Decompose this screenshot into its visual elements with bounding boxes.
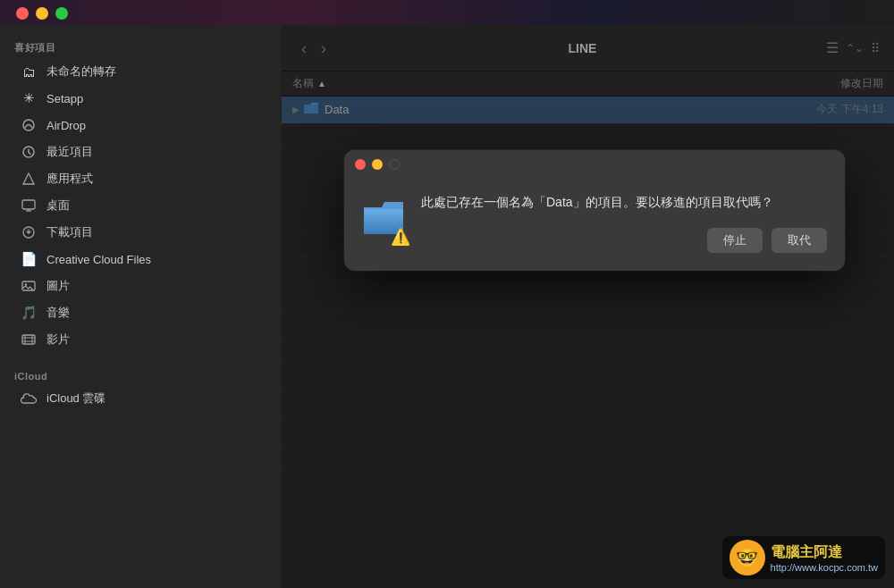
dialog-tl-yellow[interactable] [372,159,383,170]
sidebar-item-label: 未命名的轉存 [46,63,116,80]
movies-icon [20,331,38,349]
main-layout: 喜好項目 🗂 未命名的轉存 ✳ Setapp AirDrop [0,25,894,588]
watermark-url: http://www.kocpc.com.tw [771,562,878,573]
traffic-light-yellow[interactable] [36,7,48,20]
setapp-icon: ✳ [20,89,38,107]
desktop-icon [20,197,38,214]
sidebar-item-icloud-drive[interactable]: iCloud 雲碟 [5,385,276,412]
traffic-light-red[interactable] [16,7,29,20]
dialog-buttons: 停止 取代 [421,228,827,253]
downloads-icon [20,223,38,241]
dialog-title-bar [344,150,845,179]
svg-rect-6 [22,281,35,290]
sidebar: 喜好項目 🗂 未命名的轉存 ✳ Setapp AirDrop [0,25,282,588]
sidebar-item-label: 音樂 [46,305,70,321]
sidebar-item-label: AirDrop [46,119,86,132]
dialog-tl-green [389,159,400,170]
sidebar-item-airdrop[interactable]: AirDrop [5,112,276,139]
sidebar-item-desktop[interactable]: 桌面 [5,192,276,219]
replace-button[interactable]: 取代 [772,228,827,253]
dialog-message: 此處已存在一個名為「Data」的項目。要以移進的項目取代嗎？ [421,193,827,212]
content-area: ‹ › LINE ☰ ⌃⌄ ⠿ 名稱 ▲ 修改日期 ▶ [282,25,894,588]
music-icon: 🎵 [20,304,38,322]
dialog-content: ⚠️ 此處已存在一個名為「Data」的項目。要以移進的項目取代嗎？ 停止 取代 [344,179,845,271]
dialog-tl-red[interactable] [355,159,366,170]
dialog-overlay: ⚠️ 此處已存在一個名為「Data」的項目。要以移進的項目取代嗎？ 停止 取代 [282,25,894,588]
sidebar-item-label: 桌面 [46,197,70,214]
folder-icon: 🗂 [20,63,38,80]
watermark-title: 電腦主阿達 [771,543,878,562]
svg-rect-2 [22,200,35,209]
pictures-icon [20,277,38,295]
svg-point-7 [25,283,27,285]
watermark-text: 電腦主阿達 http://www.kocpc.com.tw [771,543,878,573]
sidebar-item-label: Creative Cloud Files [46,253,151,266]
cancel-button[interactable]: 停止 [707,228,763,253]
sidebar-item-label: Setapp [46,92,83,105]
sidebar-item-creative-cloud[interactable]: 📄 Creative Cloud Files [5,246,276,273]
icloud-icon [20,390,38,407]
dialog: ⚠️ 此處已存在一個名為「Data」的項目。要以移進的項目取代嗎？ 停止 取代 [344,150,845,271]
warning-badge-icon: ⚠️ [391,229,410,245]
sidebar-item-label: 應用程式 [46,171,93,187]
icloud-label: iCloud [0,364,282,385]
favorites-label: 喜好項目 [0,34,282,58]
sidebar-item-movies[interactable]: 影片 [5,326,276,353]
apps-icon [20,170,38,188]
sidebar-item-transfers[interactable]: 🗂 未命名的轉存 [5,58,276,85]
sidebar-item-recent[interactable]: 最近項目 [5,139,276,165]
sidebar-item-pictures[interactable]: 圖片 [5,273,276,299]
recent-icon [20,143,38,161]
sidebar-item-apps[interactable]: 應用程式 [5,165,276,192]
traffic-light-green[interactable] [55,7,68,20]
title-bar-gradient [0,0,894,25]
watermark: 🤓 電腦主阿達 http://www.kocpc.com.tw [722,536,885,579]
sidebar-item-music[interactable]: 🎵 音樂 [5,299,276,326]
sidebar-item-downloads[interactable]: 下載項目 [5,219,276,246]
sidebar-item-label: 下載項目 [46,224,93,240]
sidebar-item-label: 最近項目 [46,144,93,160]
sidebar-item-label: 影片 [46,332,70,348]
watermark-avatar: 🤓 [730,540,765,575]
sidebar-item-label: 圖片 [46,278,70,294]
dialog-folder-icon: ⚠️ [362,197,409,243]
sidebar-item-setapp[interactable]: ✳ Setapp [5,85,276,112]
creative-cloud-icon: 📄 [20,250,38,268]
traffic-lights [16,7,68,20]
svg-rect-8 [22,335,35,344]
dialog-text-area: 此處已存在一個名為「Data」的項目。要以移進的項目取代嗎？ 停止 取代 [421,193,827,253]
sidebar-item-label: iCloud 雲碟 [46,391,105,407]
airdrop-icon [20,116,38,134]
